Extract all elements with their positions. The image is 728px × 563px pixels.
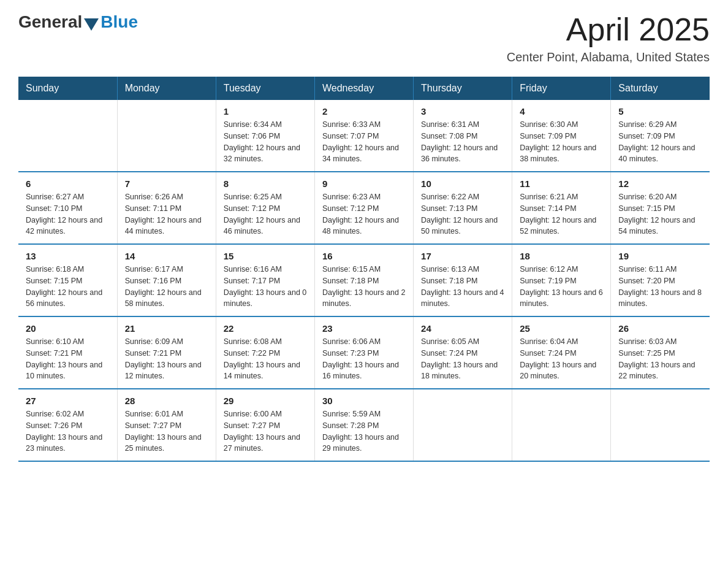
day-number: 29 xyxy=(224,396,307,406)
calendar-cell: 6Sunrise: 6:27 AM Sunset: 7:10 PM Daylig… xyxy=(18,172,117,244)
day-info: Sunrise: 6:16 AM Sunset: 7:17 PM Dayligh… xyxy=(224,264,307,310)
day-number: 8 xyxy=(224,178,307,189)
day-info: Sunrise: 6:18 AM Sunset: 7:15 PM Dayligh… xyxy=(26,264,110,310)
calendar-cell: 9Sunrise: 6:23 AM Sunset: 7:12 PM Daylig… xyxy=(314,172,413,244)
day-info: Sunrise: 6:04 AM Sunset: 7:24 PM Dayligh… xyxy=(520,336,603,382)
day-number: 6 xyxy=(26,178,110,189)
day-info: Sunrise: 6:29 AM Sunset: 7:09 PM Dayligh… xyxy=(618,119,702,165)
day-number: 3 xyxy=(421,106,504,117)
calendar-cell: 4Sunrise: 6:30 AM Sunset: 7:09 PM Daylig… xyxy=(512,100,611,172)
day-number: 30 xyxy=(322,396,406,406)
day-info: Sunrise: 6:23 AM Sunset: 7:12 PM Dayligh… xyxy=(322,191,406,237)
logo-blue: Blue xyxy=(100,12,138,32)
calendar-cell: 27Sunrise: 6:02 AM Sunset: 7:26 PM Dayli… xyxy=(18,389,117,461)
calendar-week-row: 13Sunrise: 6:18 AM Sunset: 7:15 PM Dayli… xyxy=(18,244,710,316)
day-info: Sunrise: 6:31 AM Sunset: 7:08 PM Dayligh… xyxy=(421,119,504,165)
calendar-cell: 15Sunrise: 6:16 AM Sunset: 7:17 PM Dayli… xyxy=(216,244,314,316)
day-info: Sunrise: 6:11 AM Sunset: 7:20 PM Dayligh… xyxy=(618,264,702,310)
logo: General Blue xyxy=(18,12,138,32)
day-number: 10 xyxy=(421,178,504,189)
weekday-header-row: SundayMondayTuesdayWednesdayThursdayFrid… xyxy=(18,77,710,100)
day-info: Sunrise: 6:02 AM Sunset: 7:26 PM Dayligh… xyxy=(26,408,110,454)
calendar-week-row: 20Sunrise: 6:10 AM Sunset: 7:21 PM Dayli… xyxy=(18,316,710,389)
day-info: Sunrise: 6:08 AM Sunset: 7:22 PM Dayligh… xyxy=(224,336,307,382)
weekday-header-thursday: Thursday xyxy=(414,77,512,100)
day-number: 12 xyxy=(618,178,702,189)
calendar-cell xyxy=(512,389,611,461)
month-title: April 2025 xyxy=(507,12,710,47)
day-number: 28 xyxy=(125,396,208,406)
day-info: Sunrise: 6:26 AM Sunset: 7:11 PM Dayligh… xyxy=(125,191,208,237)
day-number: 4 xyxy=(520,106,603,117)
day-number: 23 xyxy=(322,323,406,334)
day-info: Sunrise: 6:03 AM Sunset: 7:25 PM Dayligh… xyxy=(618,336,702,382)
calendar-week-row: 27Sunrise: 6:02 AM Sunset: 7:26 PM Dayli… xyxy=(18,389,710,461)
calendar-cell: 16Sunrise: 6:15 AM Sunset: 7:18 PM Dayli… xyxy=(314,244,413,316)
calendar-cell: 19Sunrise: 6:11 AM Sunset: 7:20 PM Dayli… xyxy=(611,244,710,316)
calendar-cell: 12Sunrise: 6:20 AM Sunset: 7:15 PM Dayli… xyxy=(611,172,710,244)
day-number: 9 xyxy=(322,178,406,189)
day-info: Sunrise: 6:10 AM Sunset: 7:21 PM Dayligh… xyxy=(26,336,110,382)
weekday-header-wednesday: Wednesday xyxy=(314,77,413,100)
calendar-cell xyxy=(117,100,216,172)
calendar-table: SundayMondayTuesdayWednesdayThursdayFrid… xyxy=(18,77,710,462)
day-number: 20 xyxy=(26,323,110,334)
day-number: 14 xyxy=(125,251,208,261)
day-number: 26 xyxy=(618,323,702,334)
calendar-cell: 17Sunrise: 6:13 AM Sunset: 7:18 PM Dayli… xyxy=(414,244,512,316)
calendar-cell: 18Sunrise: 6:12 AM Sunset: 7:19 PM Dayli… xyxy=(512,244,611,316)
day-info: Sunrise: 6:22 AM Sunset: 7:13 PM Dayligh… xyxy=(421,191,504,237)
weekday-header-tuesday: Tuesday xyxy=(216,77,314,100)
day-info: Sunrise: 6:13 AM Sunset: 7:18 PM Dayligh… xyxy=(421,264,504,310)
day-info: Sunrise: 6:21 AM Sunset: 7:14 PM Dayligh… xyxy=(520,191,603,237)
day-info: Sunrise: 6:05 AM Sunset: 7:24 PM Dayligh… xyxy=(421,336,504,382)
day-info: Sunrise: 6:01 AM Sunset: 7:27 PM Dayligh… xyxy=(125,408,208,454)
day-info: Sunrise: 6:20 AM Sunset: 7:15 PM Dayligh… xyxy=(618,191,702,237)
calendar-cell: 7Sunrise: 6:26 AM Sunset: 7:11 PM Daylig… xyxy=(117,172,216,244)
day-number: 16 xyxy=(322,251,406,261)
day-info: Sunrise: 5:59 AM Sunset: 7:28 PM Dayligh… xyxy=(322,408,406,454)
day-number: 27 xyxy=(26,396,110,406)
calendar-week-row: 1Sunrise: 6:34 AM Sunset: 7:06 PM Daylig… xyxy=(18,100,710,172)
calendar-cell: 23Sunrise: 6:06 AM Sunset: 7:23 PM Dayli… xyxy=(314,316,413,389)
calendar-cell: 8Sunrise: 6:25 AM Sunset: 7:12 PM Daylig… xyxy=(216,172,314,244)
calendar-cell: 30Sunrise: 5:59 AM Sunset: 7:28 PM Dayli… xyxy=(314,389,413,461)
calendar-cell: 29Sunrise: 6:00 AM Sunset: 7:27 PM Dayli… xyxy=(216,389,314,461)
day-number: 11 xyxy=(520,178,603,189)
calendar-cell xyxy=(611,389,710,461)
day-number: 18 xyxy=(520,251,603,261)
day-number: 25 xyxy=(520,323,603,334)
day-info: Sunrise: 6:09 AM Sunset: 7:21 PM Dayligh… xyxy=(125,336,208,382)
weekday-header-saturday: Saturday xyxy=(611,77,710,100)
calendar-cell: 24Sunrise: 6:05 AM Sunset: 7:24 PM Dayli… xyxy=(414,316,512,389)
day-number: 5 xyxy=(618,106,702,117)
calendar-cell: 25Sunrise: 6:04 AM Sunset: 7:24 PM Dayli… xyxy=(512,316,611,389)
day-info: Sunrise: 6:34 AM Sunset: 7:06 PM Dayligh… xyxy=(224,119,307,165)
calendar-week-row: 6Sunrise: 6:27 AM Sunset: 7:10 PM Daylig… xyxy=(18,172,710,244)
day-info: Sunrise: 6:15 AM Sunset: 7:18 PM Dayligh… xyxy=(322,264,406,310)
location-title: Center Point, Alabama, United States xyxy=(507,50,710,64)
weekday-header-friday: Friday xyxy=(512,77,611,100)
calendar-cell: 22Sunrise: 6:08 AM Sunset: 7:22 PM Dayli… xyxy=(216,316,314,389)
day-info: Sunrise: 6:27 AM Sunset: 7:10 PM Dayligh… xyxy=(26,191,110,237)
calendar-cell: 3Sunrise: 6:31 AM Sunset: 7:08 PM Daylig… xyxy=(414,100,512,172)
calendar-cell: 20Sunrise: 6:10 AM Sunset: 7:21 PM Dayli… xyxy=(18,316,117,389)
calendar-cell: 11Sunrise: 6:21 AM Sunset: 7:14 PM Dayli… xyxy=(512,172,611,244)
calendar-cell: 2Sunrise: 6:33 AM Sunset: 7:07 PM Daylig… xyxy=(314,100,413,172)
calendar-cell xyxy=(414,389,512,461)
calendar-cell: 5Sunrise: 6:29 AM Sunset: 7:09 PM Daylig… xyxy=(611,100,710,172)
day-number: 13 xyxy=(26,251,110,261)
calendar-cell: 13Sunrise: 6:18 AM Sunset: 7:15 PM Dayli… xyxy=(18,244,117,316)
day-number: 1 xyxy=(224,106,307,117)
calendar-cell: 10Sunrise: 6:22 AM Sunset: 7:13 PM Dayli… xyxy=(414,172,512,244)
day-number: 21 xyxy=(125,323,208,334)
calendar-cell: 21Sunrise: 6:09 AM Sunset: 7:21 PM Dayli… xyxy=(117,316,216,389)
weekday-header-sunday: Sunday xyxy=(18,77,117,100)
calendar-cell: 1Sunrise: 6:34 AM Sunset: 7:06 PM Daylig… xyxy=(216,100,314,172)
day-info: Sunrise: 6:06 AM Sunset: 7:23 PM Dayligh… xyxy=(322,336,406,382)
day-info: Sunrise: 6:12 AM Sunset: 7:19 PM Dayligh… xyxy=(520,264,603,310)
day-number: 24 xyxy=(421,323,504,334)
day-number: 19 xyxy=(618,251,702,261)
day-info: Sunrise: 6:00 AM Sunset: 7:27 PM Dayligh… xyxy=(224,408,307,454)
page-header: General Blue April 2025 Center Point, Al… xyxy=(18,12,710,64)
